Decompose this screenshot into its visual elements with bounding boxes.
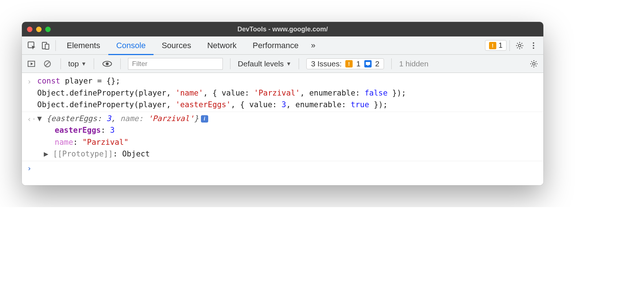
tab-elements[interactable]: Elements: [59, 37, 108, 55]
context-selector[interactable]: top ▼: [68, 59, 86, 68]
log-levels-selector[interactable]: Default levels ▼: [238, 59, 291, 68]
toggle-sidebar-icon[interactable]: [26, 58, 37, 70]
console-prompt-row[interactable]: ›: [22, 161, 543, 175]
svg-point-4: [533, 42, 534, 44]
svg-rect-2: [45, 44, 49, 49]
issues-warn-count: 1: [356, 59, 361, 68]
tabs-overflow[interactable]: »: [307, 37, 320, 55]
settings-icon[interactable]: [513, 39, 527, 53]
window-title: DevTools - www.google.com/: [22, 26, 543, 33]
tab-performance[interactable]: Performance: [245, 37, 307, 55]
issues-label: 3 Issues:: [311, 59, 342, 68]
titlebar: DevTools - www.google.com/: [22, 22, 543, 36]
live-expression-icon[interactable]: [101, 58, 113, 70]
svg-point-13: [533, 62, 535, 65]
warnings-badge[interactable]: ! 1: [485, 40, 507, 51]
console-settings-icon[interactable]: [528, 58, 540, 70]
issues-badge[interactable]: 3 Issues: ! 1 2: [306, 58, 384, 69]
inspect-element-icon[interactable]: [25, 39, 39, 53]
window-controls: [27, 27, 51, 32]
warning-count: 1: [498, 41, 503, 50]
issues-info-count: 2: [375, 59, 380, 68]
console-output-row: ‹· ▼ {easterEggs: 3, name: 'Parzival'}i …: [22, 112, 543, 161]
svg-point-11: [106, 62, 109, 65]
console-input-row: › const player = {}; Object.defineProper…: [22, 74, 543, 112]
object-property[interactable]: easterEggs: 3: [37, 124, 538, 136]
separator: [391, 58, 392, 69]
console-body: › const player = {}; Object.defineProper…: [22, 73, 543, 185]
minimize-window-button[interactable]: [36, 27, 42, 32]
prompt-chevron-icon: ›: [27, 162, 37, 175]
separator: [230, 58, 230, 69]
separator: [55, 40, 56, 51]
separator: [61, 58, 61, 69]
separator: [299, 58, 299, 69]
info-badge-icon[interactable]: i: [201, 115, 208, 123]
warning-icon: !: [489, 42, 496, 49]
svg-point-5: [533, 45, 534, 46]
tab-console[interactable]: Console: [108, 37, 154, 55]
svg-rect-12: [366, 62, 370, 65]
separator: [509, 40, 510, 51]
tab-network[interactable]: Network: [199, 37, 245, 55]
separator: [120, 58, 121, 69]
warning-icon: !: [345, 60, 353, 67]
console-prompt-input[interactable]: [37, 162, 538, 175]
zoom-window-button[interactable]: [45, 27, 51, 32]
levels-label: Default levels: [238, 59, 284, 68]
input-chevron-icon: ›: [27, 75, 37, 111]
svg-point-6: [533, 47, 534, 49]
object-inspection[interactable]: ▼ {easterEggs: 3, name: 'Parzival'}i eas…: [37, 113, 538, 160]
svg-point-3: [519, 44, 521, 47]
separator: [94, 58, 94, 69]
console-toolbar: top ▼ Default levels ▼ 3 Issues: ! 1 2 1…: [22, 55, 543, 73]
chevron-down-icon: ▼: [81, 61, 86, 67]
disclosure-triangle-icon[interactable]: ▶: [44, 150, 53, 158]
device-toolbar-icon[interactable]: [39, 39, 53, 53]
output-chevron-icon: ‹·: [27, 113, 37, 160]
object-property[interactable]: name: "Parzival": [37, 136, 538, 148]
disclosure-triangle-icon[interactable]: ▼: [37, 114, 46, 123]
devtools-window: DevTools - www.google.com/ Elements Cons…: [22, 22, 543, 185]
tabbar: Elements Console Sources Network Perform…: [22, 36, 543, 55]
filter-input[interactable]: [128, 58, 223, 70]
console-code[interactable]: const player = {}; Object.defineProperty…: [37, 75, 538, 111]
context-label: top: [68, 59, 79, 68]
hidden-messages[interactable]: 1 hidden: [399, 59, 428, 68]
clear-console-icon[interactable]: [42, 58, 53, 70]
close-window-button[interactable]: [27, 27, 32, 32]
more-menu-icon[interactable]: [527, 39, 540, 53]
info-icon: [364, 60, 372, 67]
object-prototype[interactable]: ▶ [[Prototype]]: Object: [37, 148, 538, 160]
chevron-down-icon: ▼: [286, 61, 291, 67]
tab-sources[interactable]: Sources: [154, 37, 199, 55]
svg-line-9: [46, 62, 50, 66]
